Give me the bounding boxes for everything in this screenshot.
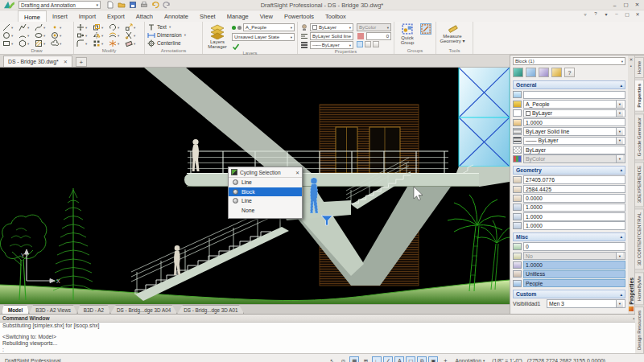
command-window-titlebar[interactable]: Command Window ▪ ✕: [0, 315, 644, 323]
help-button[interactable]: ?: [564, 68, 575, 77]
measure-geometry-button[interactable]: Measure Geometry ▾: [439, 23, 466, 44]
close-icon[interactable]: ✕: [64, 59, 68, 64]
move-tool-button[interactable]: ▾: [76, 23, 93, 31]
hatch-color-dropdown[interactable]: ByColor▾: [357, 23, 391, 31]
sheet-tab[interactable]: Model: [2, 305, 29, 314]
menu-tab[interactable]: Toolbox: [320, 10, 352, 22]
minimize-icon[interactable]: –: [609, 1, 620, 10]
new-file-button[interactable]: [105, 1, 114, 10]
property-field[interactable]: ByLayer: [523, 109, 625, 118]
select-entities-button[interactable]: [513, 68, 523, 77]
command-history[interactable]: Substituting [simplex.shx] for [isocp.sh…: [0, 323, 637, 353]
quick-select-button[interactable]: [539, 68, 549, 77]
side-tab[interactable]: HomeByMe: [635, 272, 644, 305]
trim-tool-button[interactable]: ▾: [125, 31, 141, 39]
drawing-scale[interactable]: (1/8" = 1'-0"): [492, 358, 522, 362]
select-matching-button[interactable]: [526, 68, 536, 77]
status-toggle-icon[interactable]: ⊙: [338, 356, 348, 362]
pin-icon[interactable]: ▪: [630, 64, 632, 70]
array-tool-button[interactable]: ▾: [93, 39, 109, 47]
chevron-down-icon[interactable]: [616, 128, 623, 135]
mirror-tool-button[interactable]: ▾: [93, 31, 109, 39]
status-toggle-icon[interactable]: ⧉: [417, 356, 427, 362]
menu-tab[interactable]: View: [254, 10, 279, 22]
quick-group-button[interactable]: Quick Group: [397, 23, 418, 46]
section-header-general[interactable]: General▴: [513, 80, 625, 89]
entity-selector-dropdown[interactable]: Block (1)▾: [513, 57, 625, 65]
property-field[interactable]: ByLayer Solid line: [523, 127, 625, 136]
menu-tab[interactable]: Annotate: [159, 10, 194, 22]
undo-button[interactable]: [151, 1, 159, 10]
property-field[interactable]: 27405.0776: [523, 175, 625, 184]
menu-tab[interactable]: Import: [73, 10, 101, 22]
menu-tab[interactable]: Manage: [221, 10, 254, 22]
property-field[interactable]: ByColor: [523, 154, 625, 163]
menu-tab[interactable]: Home: [18, 10, 47, 22]
close-icon[interactable]: ✕: [634, 11, 642, 17]
close-icon[interactable]: ✕: [630, 57, 634, 64]
status-toggle-icon[interactable]: ∠: [383, 356, 393, 362]
polyline-tool-button[interactable]: ▾: [19, 23, 35, 31]
status-toggle-icon[interactable]: A: [394, 356, 404, 362]
sheet-tab[interactable]: DS - Bridg...dge 3D A04: [110, 305, 177, 314]
property-field[interactable]: 1.0000: [523, 261, 625, 269]
redo-button[interactable]: [162, 1, 171, 10]
line-color-dropdown[interactable]: ByLayer▾: [310, 23, 353, 31]
scale-tool-button[interactable]: ▾: [125, 23, 141, 31]
rotate-tool-button[interactable]: ▾: [109, 23, 125, 31]
property-field[interactable]: —— ByLayer: [523, 137, 625, 146]
offset-tool-button[interactable]: ▾: [109, 31, 125, 39]
cloud-tool-button[interactable]: ▾: [51, 39, 67, 47]
rectangle-tool-button[interactable]: ▾: [2, 39, 19, 47]
popup-item[interactable]: Line: [229, 196, 302, 206]
layers-manager-button[interactable]: Layers Manager: [205, 23, 229, 51]
popup-item[interactable]: Line: [229, 178, 302, 187]
erase-tool-button[interactable]: ▾: [125, 39, 141, 47]
workspace-selector[interactable]: Drafting and Annotation ▾: [19, 1, 101, 9]
status-toggle-icon[interactable]: ∟: [372, 356, 382, 362]
ribbon-expand-icon[interactable]: ▿: [581, 11, 589, 17]
side-tab[interactable]: Design Resources: [635, 306, 644, 354]
line-weight-dropdown[interactable]: —— ByLayer▾: [310, 41, 353, 49]
chevron-down-icon[interactable]: [616, 155, 623, 162]
property-field[interactable]: People: [523, 279, 625, 288]
annotation-scale-dropdown[interactable]: Annotation ▾: [452, 357, 487, 362]
text-tool-button[interactable]: Text▾: [147, 23, 200, 31]
layer-state-dropdown[interactable]: Unsaved Layer State▾: [232, 33, 295, 41]
property-field[interactable]: ByLayer: [523, 146, 625, 154]
section-header-geometry[interactable]: Geometry▴: [513, 166, 625, 175]
polygon-tool-button[interactable]: ▾: [19, 39, 35, 47]
property-field[interactable]: 0.0000: [523, 194, 625, 203]
chevron-down-icon[interactable]: [616, 109, 623, 117]
print-button[interactable]: [139, 1, 148, 10]
minimize-icon[interactable]: –: [613, 11, 621, 17]
status-toggle-icon[interactable]: ▣: [428, 356, 438, 362]
active-layer-dropdown[interactable]: A_People▾: [243, 23, 295, 31]
match-properties-button[interactable]: [357, 41, 363, 47]
dimension-tool-button[interactable]: Dimension▾: [147, 31, 200, 39]
new-document-button[interactable]: +: [76, 57, 87, 67]
restore-icon[interactable]: ▢: [623, 11, 631, 17]
popup-item[interactable]: Block: [229, 187, 302, 197]
side-tab[interactable]: Properties: [635, 80, 644, 112]
status-toggle-icon[interactable]: ▦: [349, 356, 359, 362]
ring-tool-button[interactable]: ▾: [51, 31, 67, 39]
chevron-down-icon[interactable]: [616, 101, 623, 108]
chevron-down-icon[interactable]: [616, 253, 623, 260]
spline-tool-button[interactable]: ▾: [35, 23, 51, 31]
menu-tab[interactable]: Powertools: [279, 10, 320, 22]
transparency-field[interactable]: 0: [366, 32, 391, 40]
sheet-tab[interactable]: DS - Bridg...dge 3D A01: [177, 305, 244, 314]
chevron-down-icon[interactable]: [616, 300, 623, 307]
save-button[interactable]: [128, 1, 137, 10]
menu-tab[interactable]: Export: [101, 10, 130, 22]
customize-button[interactable]: [551, 68, 562, 77]
property-field[interactable]: 1.0000: [523, 118, 625, 127]
chevron-down-icon[interactable]: [616, 137, 623, 144]
copy-properties-button[interactable]: [373, 41, 379, 47]
help-icon[interactable]: ?: [592, 11, 600, 17]
status-toggle-icon[interactable]: ⊞: [361, 356, 370, 362]
line-style-dropdown[interactable]: ByLayer Solid line▾: [310, 32, 353, 40]
sheet-tab[interactable]: B3D - A2: [77, 305, 110, 314]
status-toggle-icon[interactable]: ↖: [327, 356, 336, 362]
